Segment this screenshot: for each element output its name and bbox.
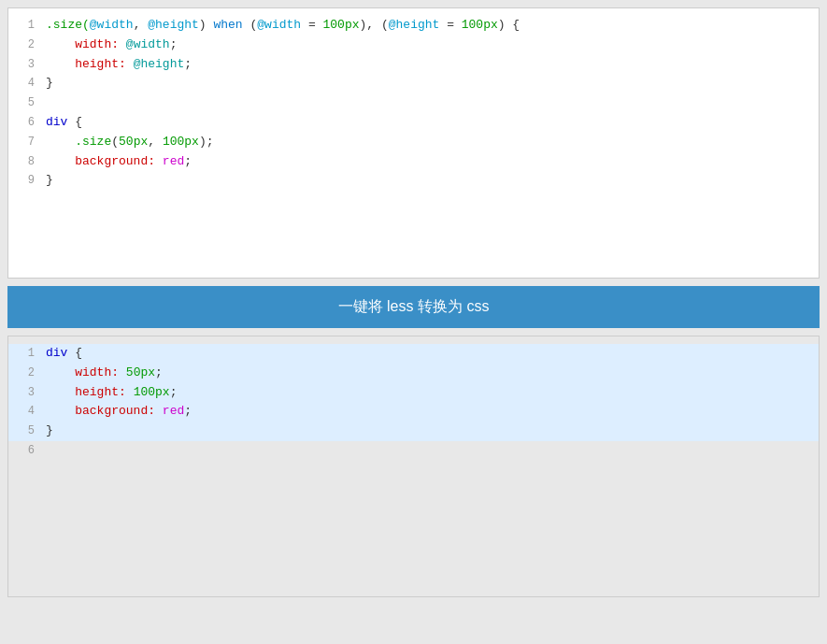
token: , [134, 18, 149, 32]
token: ; [170, 37, 178, 51]
token: 100px [163, 135, 199, 149]
line-number: 3 [12, 384, 35, 402]
code-content: div { [46, 344, 82, 364]
code-content [46, 441, 53, 461]
code-line: 3 height: @height; [8, 55, 819, 75]
code-content: height: 100px; [46, 383, 177, 403]
token: red [163, 154, 184, 168]
less-editor-panel[interactable]: 1.size(@width, @height) when (@width = 1… [7, 7, 820, 279]
token: height: [46, 57, 134, 71]
token: ; [155, 365, 163, 379]
line-number: 5 [12, 422, 35, 440]
token: 50px [126, 365, 155, 379]
token: , [148, 135, 163, 149]
token: when [213, 18, 242, 32]
code-line: 9} [8, 171, 819, 191]
line-number: 5 [12, 94, 35, 112]
token: @width [90, 18, 134, 32]
token: } [46, 173, 53, 187]
code-content: background: red; [46, 402, 192, 422]
code-content: } [46, 422, 53, 441]
token: ; [184, 404, 192, 418]
token: = [439, 18, 461, 32]
token: ); [199, 135, 214, 149]
line-number: 4 [12, 403, 35, 421]
code-content: div { [46, 113, 82, 133]
token: .size [75, 135, 111, 149]
token: @height [389, 18, 440, 32]
code-line: 8 background: red; [8, 152, 819, 172]
code-line: 4} [8, 74, 819, 93]
token: ; [184, 57, 192, 71]
line-number: 6 [12, 114, 35, 132]
convert-button-label: 一键将 less 转换为 css [338, 298, 490, 314]
token: 100px [462, 18, 498, 32]
code-content: } [46, 74, 53, 93]
token: width: [46, 37, 126, 51]
line-number: 3 [12, 56, 35, 74]
line-number: 7 [12, 134, 35, 151]
token: ; [170, 385, 178, 399]
code-content: .size(50px, 100px); [46, 133, 214, 152]
token: .size( [46, 18, 90, 32]
line-number: 4 [12, 75, 35, 93]
code-content: .size(@width, @height) when (@width = 10… [46, 16, 520, 36]
code-line: 4 background: red; [8, 402, 819, 422]
token: div [46, 346, 67, 360]
token: ; [184, 154, 192, 168]
token: ), ( [360, 18, 389, 32]
line-number: 8 [12, 153, 35, 171]
code-content: width: 50px; [46, 364, 163, 383]
code-line: 2 width: 50px; [8, 364, 819, 383]
code-line: 5 [8, 93, 819, 113]
code-line: 1div { [8, 344, 819, 364]
token: div [46, 115, 67, 129]
token: @width [257, 18, 301, 32]
token: { [67, 115, 82, 129]
code-line: 3 height: 100px; [8, 383, 819, 403]
token: width: [46, 365, 126, 379]
token: } [46, 76, 53, 90]
convert-button[interactable]: 一键将 less 转换为 css [7, 286, 820, 328]
token: height: [46, 385, 134, 399]
code-line: 2 width: @width; [8, 36, 819, 55]
token: 100px [134, 385, 170, 399]
code-line: 6div { [8, 113, 819, 133]
token: 100px [323, 18, 360, 32]
code-content: width: @width; [46, 36, 177, 55]
code-line: 5} [8, 422, 819, 441]
code-content: height: @height; [46, 55, 192, 75]
token: background: [46, 404, 163, 418]
code-content: background: red; [46, 152, 192, 172]
line-number: 2 [12, 36, 35, 54]
token: ( [243, 18, 258, 32]
token: { [67, 346, 82, 360]
css-output-panel: 1div {2 width: 50px;3 height: 100px;4 ba… [7, 336, 820, 597]
token: = [301, 18, 322, 32]
token: ( [111, 135, 119, 149]
code-content [46, 93, 53, 113]
code-content: } [46, 171, 53, 191]
token: red [163, 404, 184, 418]
token: ) { [498, 18, 520, 32]
line-number: 6 [12, 442, 35, 460]
token: ) [199, 18, 214, 32]
code-line: 1.size(@width, @height) when (@width = 1… [8, 16, 819, 36]
line-number: 1 [12, 17, 35, 35]
token: @height [134, 57, 185, 71]
line-number: 9 [12, 172, 35, 190]
token [46, 135, 75, 149]
token: @width [126, 37, 170, 51]
token: background: [46, 154, 163, 168]
line-number: 1 [12, 345, 35, 363]
token: @height [148, 18, 199, 32]
code-line: 7 .size(50px, 100px); [8, 133, 819, 152]
line-number: 2 [12, 365, 35, 382]
token: 50px [119, 135, 148, 149]
code-line: 6 [8, 441, 819, 461]
token: } [46, 423, 53, 437]
